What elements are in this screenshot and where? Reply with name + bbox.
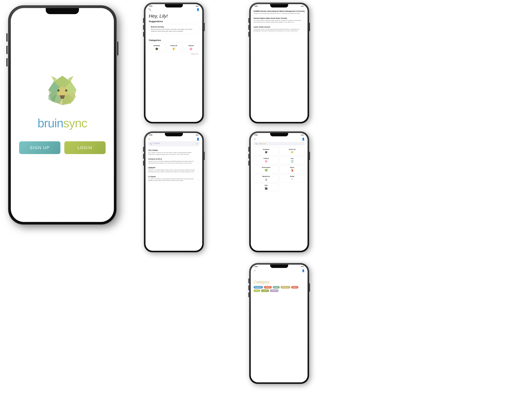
org-item-1: GAMMA (Greeks Advocating the Mature Mana… bbox=[253, 9, 305, 16]
greeting-title: Hey, Lily! bbox=[149, 13, 199, 19]
cg-film[interactable]: Film 🎬 bbox=[253, 183, 279, 191]
profile-icon-4[interactable]: 👤 bbox=[196, 138, 200, 141]
profile-icon-7[interactable]: 👤 bbox=[302, 269, 305, 272]
categories-search-label[interactable]: Categories bbox=[258, 143, 303, 145]
phone-category-tags: 9:41 ●●● ✕ 👤 Category Academic LGBTQ Med… bbox=[249, 263, 309, 384]
cg-dental[interactable]: Dental 🦷 bbox=[279, 174, 305, 182]
cg-dance[interactable]: Dance 💃 bbox=[279, 165, 305, 173]
cat-greek[interactable]: Greek Life 🌾 bbox=[166, 43, 182, 52]
profile-icon-5[interactable]: 👤 bbox=[302, 138, 305, 141]
search-bar-5[interactable]: 🔍 Categories bbox=[253, 142, 305, 146]
cg-env[interactable]: Environment 🌿 bbox=[253, 165, 279, 173]
signup-button[interactable]: SIGN UP bbox=[19, 141, 60, 154]
notch-3 bbox=[270, 4, 288, 7]
search-icon-5: 🔍 bbox=[255, 143, 257, 145]
cg-martial[interactable]: Martial Arts 🥋 bbox=[253, 174, 279, 182]
phone-org-list: 9:41 ●●● GAMMA (Greeks Advocating the Ma… bbox=[249, 3, 309, 123]
suggestion-card: Bonsai Society Bonsai Society at UCLA wo… bbox=[149, 24, 199, 34]
creative-org-2: Artreach at UCLA Artreach at UCLA provid… bbox=[148, 157, 200, 165]
phone-suggestions: 9:41 ●●● 🔍 👤 Hey, Lily! Suggestions Bons… bbox=[144, 3, 204, 123]
view-all[interactable]: VIEW ALL bbox=[149, 53, 199, 55]
close-button-7[interactable]: ✕ bbox=[253, 269, 256, 272]
auth-buttons: SIGN UP LOGIN bbox=[19, 141, 106, 154]
cg-academic[interactable]: Academic 🎓 bbox=[253, 147, 279, 155]
heart-1[interactable]: ♡ bbox=[303, 12, 305, 14]
notch-4 bbox=[165, 133, 183, 136]
search-icon-top[interactable]: 🔍 bbox=[148, 8, 151, 11]
notch-main bbox=[46, 8, 79, 14]
categories-label: Categories bbox=[149, 39, 199, 42]
search-bar-4[interactable]: 🔍 Creative ☰ bbox=[148, 141, 200, 146]
creative-org-list: UCLA Radio UCLA Radio is made up of over… bbox=[148, 148, 200, 183]
search-input-4[interactable]: Creative bbox=[153, 142, 196, 144]
sugg-title: Bonsai Society bbox=[151, 26, 197, 28]
main-phone: bruinsync SIGN UP LOGIN bbox=[8, 6, 116, 224]
heart-c2[interactable]: ♡ bbox=[198, 162, 200, 164]
search-icon-4: 🔍 bbox=[150, 143, 152, 145]
org-list: GAMMA (Greeks Advocating the Mature Mana… bbox=[251, 7, 308, 35]
cg-cultural[interactable]: Cultural 🌸 bbox=[253, 156, 279, 164]
cat-academic[interactable]: Academic 🎓 bbox=[149, 43, 165, 52]
phone-categories-grid: 9:41 ●●● ✕ 👤 🔍 Categories Academic 🎓 bbox=[249, 132, 309, 252]
top-bar-5: ✕ 👤 bbox=[251, 136, 308, 141]
bear-logo bbox=[43, 73, 82, 109]
top-bar-7: ✕ 👤 bbox=[251, 268, 308, 273]
tag-media[interactable]: Media bbox=[273, 286, 280, 289]
category-grid: Academic 🎓 Greek Life 🌾 Cultural 🌸 bbox=[149, 43, 199, 52]
hey-screen: Hey, Lily! Suggestions Bonsai Society Bo… bbox=[146, 12, 202, 57]
cat-cultural[interactable]: Cultural 🌸 bbox=[183, 43, 199, 52]
login-button[interactable]: LOGIN bbox=[64, 141, 106, 154]
creative-org-1: UCLA Radio UCLA Radio is made up of over… bbox=[148, 148, 200, 157]
tag-cultural[interactable]: Cultural bbox=[261, 289, 269, 292]
categories-grid: Academic 🎓 Greek Life 🌾 Cultural 🌸 Law ⚖… bbox=[253, 147, 305, 191]
heart-3[interactable]: ♡ bbox=[303, 30, 305, 32]
tag-dance[interactable]: Dance bbox=[291, 286, 298, 289]
close-button-4[interactable]: ✕ bbox=[148, 137, 151, 141]
cg-greek[interactable]: Greek Life 🌾 bbox=[279, 147, 305, 155]
close-button-5[interactable]: ✕ bbox=[253, 137, 256, 141]
cg-law[interactable]: Law ⚖️ bbox=[279, 156, 305, 164]
tag-lgbtq[interactable]: LGBTQ bbox=[264, 286, 272, 289]
notch-2 bbox=[165, 4, 183, 7]
creative-org-3: DISRUPT DISRUPT is a student design coal… bbox=[148, 165, 200, 174]
heart-2[interactable]: ♡ bbox=[303, 21, 305, 23]
tag-creative[interactable]: Creative bbox=[270, 289, 278, 292]
heart-c3[interactable]: ♡ bbox=[198, 171, 200, 173]
sugg-body: Bonsai Society at UCLA works to promote,… bbox=[151, 28, 197, 32]
tags-grid: Academic LGBTQ Media Greek Life Dance Ch… bbox=[253, 286, 305, 292]
notch-7 bbox=[270, 265, 288, 268]
tags-screen: Category Academic LGBTQ Media Greek Life… bbox=[251, 273, 308, 293]
phone-creative-search: 9:41 ●●● ✕ 👤 🔍 Creative ☰ UCLA Radio UCL… bbox=[144, 132, 204, 252]
app-name: bruinsync bbox=[38, 116, 87, 130]
filter-icon-4[interactable]: ☰ bbox=[196, 143, 198, 145]
org-item-3: Latinx Greek Council The purpose of LGC … bbox=[253, 25, 305, 33]
top-bar-4: ✕ 👤 bbox=[146, 136, 202, 141]
heart-c1[interactable]: ♡ bbox=[198, 153, 200, 155]
profile-icon-top[interactable]: 👤 bbox=[196, 8, 200, 11]
tags-title: Category bbox=[253, 280, 305, 284]
suggestions-label: Suggestions bbox=[149, 20, 199, 23]
org-item-2: Gamma Sigma Alpha Greek Honor Society Th… bbox=[253, 16, 305, 25]
notch-5 bbox=[270, 133, 288, 136]
tag-choir[interactable]: Choir bbox=[253, 289, 260, 292]
heart-icon[interactable]: ♡ bbox=[195, 30, 197, 32]
tag-academic[interactable]: Academic bbox=[253, 286, 263, 289]
creative-org-4: LA Hacks LA Hacks is a student-run organ… bbox=[148, 174, 200, 183]
tag-greek[interactable]: Greek Life bbox=[280, 286, 290, 289]
heart-c4[interactable]: ♡ bbox=[198, 179, 200, 182]
